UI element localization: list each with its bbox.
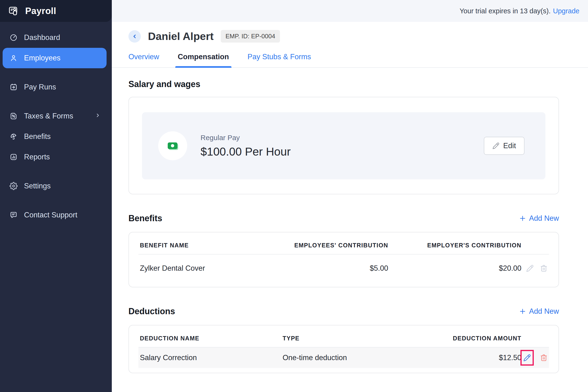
page-title: Daniel Alpert — [148, 30, 214, 42]
pay-info: Regular Pay $100.00 Per Hour — [200, 134, 291, 158]
add-new-label: Add New — [529, 214, 559, 223]
sidebar-item-label: Benefits — [24, 132, 51, 141]
pencil-icon — [492, 142, 500, 150]
sidebar-item-reports[interactable]: Reports — [2, 147, 106, 167]
edit-benefit-button[interactable] — [526, 264, 534, 272]
tabs: Overview Compensation Pay Stubs & Forms — [112, 52, 588, 68]
nav-gap — [0, 68, 112, 77]
upgrade-link[interactable]: Upgrade — [553, 7, 580, 15]
edit-deduction-button[interactable] — [523, 354, 531, 362]
sidebar-item-employees[interactable]: Employees — [2, 48, 106, 68]
benefit-name: Zylker Dental Cover — [140, 264, 281, 272]
topbar: Your trial expires in 13 day(s). Upgrade — [112, 0, 588, 22]
benefits-table-header: BENEFIT NAME EMPLOYEES' CONTRIBUTION EMP… — [138, 236, 549, 254]
trash-icon — [540, 354, 548, 362]
contact-support-icon — [10, 211, 18, 219]
edit-salary-button[interactable]: Edit — [484, 137, 524, 155]
page-content: Daniel Alpert EMP. ID: EP-0004 Overview … — [112, 22, 588, 373]
employees-icon — [10, 54, 18, 62]
edit-button-label: Edit — [503, 142, 516, 150]
sidebar-item-contact-support[interactable]: Contact Support — [2, 205, 106, 225]
highlight-box — [520, 350, 534, 366]
sidebar: Payroll Dashboard Employees — [0, 0, 112, 392]
money-icon — [165, 138, 180, 154]
benefits-icon — [10, 132, 18, 140]
deduction-type: One-time deduction — [282, 354, 414, 362]
sidebar-item-label: Contact Support — [24, 211, 77, 219]
employers-contribution: $20.00 — [388, 264, 522, 272]
benefits-section-title: Benefits — [128, 213, 162, 223]
page-header: Daniel Alpert EMP. ID: EP-0004 — [128, 30, 559, 42]
deductions-table-header: DEDUCTION NAME TYPE DEDUCTION AMOUNT — [138, 329, 549, 348]
sidebar-nav: Dashboard Employees Pay Runs — [0, 22, 112, 225]
sidebar-item-pay-runs[interactable]: Pay Runs — [2, 77, 106, 97]
column-header: DEDUCTION AMOUNT — [414, 335, 522, 342]
payroll-app: Payroll Dashboard Employees — [0, 0, 588, 392]
delete-deduction-button[interactable] — [540, 354, 548, 362]
add-new-label: Add New — [529, 307, 559, 316]
taxes-forms-icon — [10, 112, 18, 120]
employees-contribution: $5.00 — [281, 264, 388, 272]
trash-icon — [540, 264, 548, 272]
pay-rate-value: $100.00 Per Hour — [200, 145, 291, 158]
pencil-icon — [526, 264, 534, 272]
row-actions — [522, 264, 548, 272]
back-button[interactable] — [128, 30, 141, 42]
table-row: Salary Correction One-time deduction $12… — [138, 348, 549, 368]
payroll-logo-icon — [8, 5, 20, 17]
app-title: Payroll — [25, 6, 56, 16]
add-new-deduction-link[interactable]: Add New — [519, 307, 559, 316]
add-new-benefit-link[interactable]: Add New — [519, 214, 559, 223]
plus-icon — [519, 308, 526, 315]
app-logo: Payroll — [0, 0, 112, 22]
sidebar-item-taxes-forms[interactable]: Taxes & Forms — [2, 106, 106, 126]
chevron-right-icon — [95, 112, 101, 120]
trial-expiry-text: Your trial expires in 13 day(s). — [460, 7, 551, 15]
settings-icon — [10, 182, 18, 190]
nav-gap — [0, 97, 112, 106]
tab-pay-stubs-forms[interactable]: Pay Stubs & Forms — [248, 52, 311, 67]
salary-section-title: Salary and wages — [128, 79, 200, 89]
pay-type-label: Regular Pay — [200, 134, 291, 142]
sidebar-item-label: Settings — [24, 182, 51, 190]
table-row: Zylker Dental Cover $5.00 $20.00 — [138, 254, 549, 282]
sidebar-item-label: Dashboard — [24, 33, 60, 42]
dashboard-icon — [10, 34, 18, 42]
deductions-table: DEDUCTION NAME TYPE DEDUCTION AMOUNT Sal… — [128, 325, 559, 373]
chevron-left-icon — [132, 33, 138, 40]
column-header: DEDUCTION NAME — [140, 335, 282, 342]
salary-section-head: Salary and wages — [128, 79, 559, 89]
reports-icon — [10, 153, 18, 161]
sidebar-item-label: Taxes & Forms — [24, 112, 73, 120]
plus-icon — [519, 215, 526, 222]
tab-compensation[interactable]: Compensation — [178, 52, 229, 67]
column-header: EMPLOYEES' CONTRIBUTION — [281, 242, 388, 249]
column-header: EMPLOYER'S CONTRIBUTION — [388, 242, 522, 249]
deductions-section-title: Deductions — [128, 306, 175, 316]
regular-pay-panel: Regular Pay $100.00 Per Hour Edit — [142, 112, 546, 179]
delete-benefit-button[interactable] — [540, 264, 548, 272]
sidebar-item-label: Reports — [24, 153, 50, 161]
column-header: BENEFIT NAME — [140, 242, 281, 249]
benefits-table: BENEFIT NAME EMPLOYEES' CONTRIBUTION EMP… — [128, 232, 559, 287]
pay-runs-icon — [10, 83, 18, 91]
sidebar-item-dashboard[interactable]: Dashboard — [2, 27, 106, 48]
main-area: Your trial expires in 13 day(s). Upgrade… — [112, 0, 588, 392]
nav-gap — [0, 196, 112, 205]
tab-overview[interactable]: Overview — [128, 52, 159, 67]
column-header: TYPE — [282, 335, 414, 342]
deduction-name: Salary Correction — [140, 354, 282, 362]
benefits-section-head: Benefits Add New — [128, 213, 559, 223]
pay-icon-circle — [158, 131, 187, 160]
sidebar-item-label: Employees — [24, 54, 60, 62]
nav-gap — [0, 167, 112, 176]
employee-id-badge: EMP. ID: EP-0004 — [221, 30, 280, 42]
sidebar-item-benefits[interactable]: Benefits — [2, 126, 106, 147]
pencil-icon — [523, 354, 531, 362]
salary-card: Regular Pay $100.00 Per Hour Edit — [128, 97, 559, 194]
deduction-amount: $12.50 — [414, 354, 522, 362]
sidebar-item-settings[interactable]: Settings — [2, 176, 106, 196]
sidebar-item-label: Pay Runs — [24, 83, 56, 91]
row-actions — [522, 353, 548, 362]
deductions-section-head: Deductions Add New — [128, 306, 559, 316]
